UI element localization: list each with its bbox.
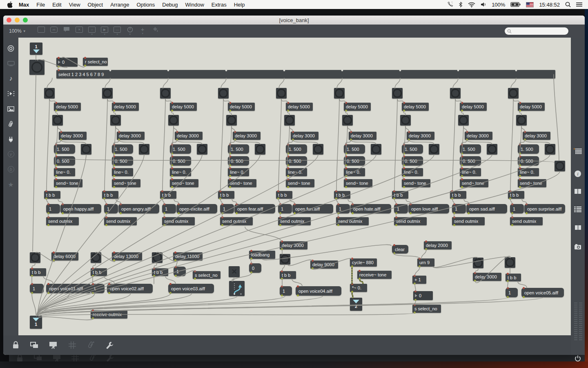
menu-item-debug[interactable]: Debug: [158, 2, 181, 8]
panes-icon[interactable]: [571, 188, 585, 194]
message-open-voice05[interactable]: open voice05.aiff: [521, 288, 564, 297]
col3-button-mid[interactable]: [168, 115, 179, 126]
col7-button-mid[interactable]: [400, 115, 411, 126]
col1-message-0-500[interactable]: 0. 500: [54, 156, 75, 166]
col9-button-mid[interactable]: [516, 115, 527, 126]
presentation-icon[interactable]: [48, 340, 58, 350]
col6-message-0-500[interactable]: 0. 500: [344, 156, 365, 166]
col9-object-line[interactable]: line~ 0.: [518, 168, 539, 176]
gswitch[interactable]: [229, 281, 245, 296]
input-source-flag-icon[interactable]: [526, 2, 534, 7]
image-icon[interactable]: [7, 105, 15, 112]
menu-item-max[interactable]: Max: [15, 2, 33, 8]
col3-object-delay-5000[interactable]: delay 5000: [170, 103, 197, 111]
object-tbb-voice05[interactable]: t b b: [506, 274, 521, 281]
col2-message-1[interactable]: 1: [104, 204, 118, 213]
plug-icon[interactable]: [7, 136, 15, 142]
phone-icon[interactable]: [447, 2, 453, 7]
object-delay-13000[interactable]: delay 13000: [112, 252, 142, 260]
col7-message-1[interactable]: 1: [394, 204, 408, 213]
col1-message-open[interactable]: open happy.aiff: [60, 204, 101, 213]
col4-object-delay-3000[interactable]: delay 3000: [233, 132, 261, 140]
col9-object-send-outmix[interactable]: send outmix: [510, 217, 543, 225]
layers-icon[interactable]: [29, 340, 39, 350]
col8-object-delay-3000[interactable]: delay 3000: [465, 132, 492, 140]
col9-object-tbb[interactable]: t b b: [508, 191, 524, 199]
object-receive-outmix[interactable]: receive outmix: [91, 310, 127, 319]
object-r-select-no[interactable]: r select_no: [83, 58, 108, 66]
col6-object-delay-5000[interactable]: delay 5000: [344, 103, 371, 111]
col6-button-mid[interactable]: [342, 115, 353, 126]
menu-item-edit[interactable]: Edit: [49, 2, 65, 8]
info-icon[interactable]: i: [571, 170, 585, 177]
col1-object-send-tone[interactable]: send~ tone: [54, 179, 82, 187]
col3-button-top[interactable]: [160, 88, 171, 99]
col2-button-top[interactable]: [102, 88, 113, 99]
col2-object-send-tone[interactable]: send~ tone: [112, 179, 140, 187]
clip-add-icon[interactable]: [86, 340, 96, 350]
col1-object-delay-5000[interactable]: delay 5000: [54, 103, 81, 111]
col6-message-open[interactable]: open hate.aiff: [350, 204, 391, 213]
col2-button-mid[interactable]: [110, 115, 121, 126]
col2-object-tbb[interactable]: t b b: [102, 191, 118, 199]
list-icon[interactable]: [571, 206, 585, 212]
object-multiply-sig[interactable]: *~ 0.: [350, 284, 367, 292]
object-s-select-no-a[interactable]: s select_no: [193, 271, 220, 279]
object-delay-11000[interactable]: delay 11000: [173, 252, 203, 260]
b-badge-icon[interactable]: b: [7, 166, 15, 173]
button-voice05[interactable]: [505, 257, 515, 268]
button-voice04[interactable]: [280, 254, 290, 265]
message-1-voice01[interactable]: 1: [30, 284, 44, 293]
message-0[interactable]: 0: [249, 263, 261, 273]
book-icon[interactable]: [571, 225, 585, 230]
col6-button-top[interactable]: [334, 88, 345, 99]
col2-message-open[interactable]: open angry.aiff: [118, 204, 159, 213]
col9-object-delay-3000[interactable]: delay 3000: [523, 132, 550, 140]
object-tbb-voice02[interactable]: t b b: [91, 268, 107, 276]
menu-item-arrange[interactable]: Arrange: [107, 2, 133, 8]
col2-button-side[interactable]: [139, 144, 149, 155]
col1-button-mid[interactable]: [52, 115, 63, 126]
col9-message-1[interactable]: 1: [510, 204, 524, 213]
message-1-voice04[interactable]: 1: [280, 286, 292, 296]
object-urn-9[interactable]: urn 9: [417, 258, 434, 267]
camera-icon[interactable]: [571, 244, 585, 250]
col5-object-delay-5000[interactable]: delay 5000: [286, 103, 313, 111]
col6-message-1[interactable]: 1: [336, 204, 350, 213]
col5-button-top[interactable]: [276, 88, 287, 99]
object-loadbang[interactable]: loadbang: [249, 251, 275, 259]
col3-object-tbb[interactable]: t b b: [160, 191, 176, 199]
col8-button-mid[interactable]: [458, 115, 469, 126]
col6-button-side[interactable]: [371, 144, 381, 155]
col4-message-0-500[interactable]: 0. 500: [228, 156, 249, 166]
col8-object-send-tone[interactable]: send~ tone: [460, 179, 488, 187]
object-tbb-voice01[interactable]: t b b: [30, 268, 46, 276]
grid-icon[interactable]: [67, 340, 77, 350]
col7-object-delay-5000[interactable]: delay 5000: [402, 103, 429, 111]
col1-object-tbb[interactable]: t b b: [44, 191, 60, 199]
col8-object-tbb[interactable]: t b b: [450, 191, 466, 199]
notification-center-icon[interactable]: [576, 2, 582, 7]
col7-object-send-outmix[interactable]: send outmix: [394, 217, 427, 225]
col3-message-1-500[interactable]: 1. 500: [170, 144, 191, 154]
volume-icon[interactable]: [481, 2, 486, 7]
col8-button-top[interactable]: [450, 88, 461, 99]
col9-button-top[interactable]: [508, 88, 519, 99]
object-receive-tone[interactable]: receive~ tone: [357, 271, 392, 279]
col9-message-open[interactable]: open surprise.aiff: [524, 204, 565, 213]
menu-item-file[interactable]: File: [33, 2, 49, 8]
col8-object-delay-5000[interactable]: delay 5000: [460, 103, 487, 111]
col3-button-side[interactable]: [197, 144, 207, 155]
menu-item-window[interactable]: Window: [182, 2, 208, 8]
col6-object-line[interactable]: line~ 0.: [344, 168, 365, 176]
col1-button-side[interactable]: [81, 144, 91, 155]
col1-object-line[interactable]: line~ 0.: [54, 168, 75, 176]
col5-button-side[interactable]: [313, 144, 323, 155]
bucket-icon[interactable]: [151, 27, 159, 36]
col5-message-1[interactable]: 1: [278, 204, 292, 213]
col5-object-send-tone[interactable]: send~ tone: [286, 179, 314, 187]
message-open-voice01[interactable]: open voice01.aiff: [46, 284, 91, 293]
zoom-slider-track[interactable]: [574, 303, 582, 340]
message-1-select[interactable]: 1: [174, 267, 186, 276]
object-delay-3000-right[interactable]: delay 3000: [473, 273, 501, 281]
